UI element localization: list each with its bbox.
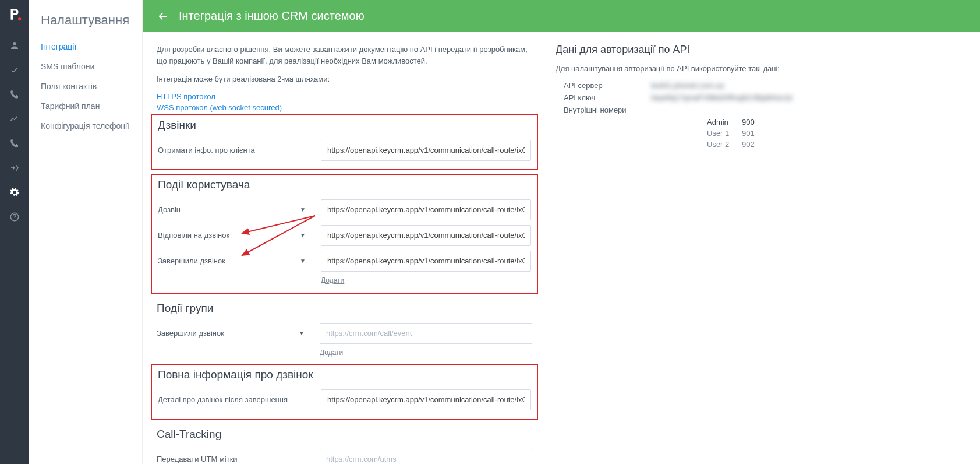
- full-info-highlight-box: Повна інформація про дзвінок Деталі про …: [151, 364, 538, 420]
- ext-numbers-label: Внутрішні номери: [564, 106, 651, 114]
- nav-contact-fields[interactable]: Поля контактів: [41, 82, 130, 91]
- ext-num-2: 902: [742, 140, 755, 149]
- chevron-down-icon[interactable]: ▼: [299, 330, 305, 336]
- api-key-value: 0aa4Nj17qmaFVMkdVlRvq81VBqWrtsn1k: [651, 93, 793, 102]
- nav-integrations[interactable]: Інтеграції: [41, 42, 130, 51]
- logo: [7, 7, 22, 22]
- page-title: Інтеграція з іншою CRM системою: [179, 9, 365, 23]
- call-missed-icon[interactable]: [9, 138, 20, 149]
- utm-label: Передавати UTM мітки: [157, 455, 320, 463]
- api-auth-desc: Для налаштування авторизації по API вико…: [556, 64, 966, 73]
- utm-input[interactable]: [320, 449, 532, 465]
- settings-nav: Налаштування Інтеграції SMS шаблони Поля…: [29, 0, 143, 464]
- calls-highlight-box: Дзвінки Отримати інфо. про клієнта: [151, 114, 538, 170]
- check-icon[interactable]: [9, 64, 20, 76]
- user-events-add[interactable]: Додати: [321, 276, 344, 284]
- wss-protocol-link[interactable]: WSS протокол (web socket secured): [157, 103, 532, 112]
- call-details-label: Деталі про дзвінок після завершення: [158, 395, 321, 404]
- group-events-title: Події групи: [157, 302, 532, 315]
- ext-num-0: 900: [742, 118, 755, 126]
- intro-text-2: Інтеграція може бути реалізована 2-ма шл…: [157, 73, 532, 85]
- chevron-down-icon[interactable]: ▼: [300, 206, 306, 213]
- gear-icon[interactable]: [9, 187, 20, 198]
- answered-input[interactable]: [321, 225, 531, 246]
- ext-name-0: Admin: [707, 118, 742, 126]
- ext-num-1: 901: [742, 129, 755, 138]
- api-server-value: test01.phonet.com.ua: [651, 81, 724, 90]
- group-ended-input[interactable]: [320, 323, 532, 344]
- api-auth-title: Дані для авторизації по API: [556, 44, 966, 56]
- nav-tariff[interactable]: Тарифний план: [41, 101, 130, 111]
- full-info-title: Повна інформація про дзвінок: [158, 368, 531, 381]
- nav-sms-templates[interactable]: SMS шаблони: [41, 62, 130, 71]
- user-events-title: Події користувача: [158, 178, 531, 191]
- icon-sidebar: [0, 0, 29, 464]
- back-button[interactable]: [157, 10, 169, 23]
- help-icon[interactable]: [9, 211, 20, 223]
- api-server-label: API сервер: [564, 81, 651, 90]
- group-events-add[interactable]: Додати: [320, 349, 343, 357]
- answered-label: Відповіли на дзвінок: [158, 231, 229, 240]
- calltracking-title: Call-Tracking: [157, 428, 532, 441]
- ext-name-2: User 2: [707, 140, 742, 149]
- ended-label: Завершили дзвінок: [158, 256, 225, 265]
- dial-label: Дозвін: [158, 205, 181, 214]
- group-ended-label: Завершили дзвінок: [157, 329, 224, 338]
- ended-input[interactable]: [321, 251, 531, 272]
- user-events-highlight-box: Події користувача Дозвін▼ Відповіли на д…: [151, 174, 538, 294]
- page-header: Інтеграція з іншою CRM системою: [143, 0, 980, 32]
- get-client-info-input[interactable]: [321, 140, 531, 161]
- call-details-input[interactable]: [321, 389, 531, 410]
- intro-text-1: Для розробки власного рішення, Ви можете…: [157, 44, 532, 66]
- svg-point-0: [18, 17, 21, 20]
- dial-input[interactable]: [321, 199, 531, 220]
- chevron-down-icon[interactable]: ▼: [300, 232, 306, 238]
- chevron-down-icon[interactable]: ▼: [300, 258, 306, 264]
- phone-icon[interactable]: [9, 89, 20, 100]
- https-protocol-link[interactable]: HTTPS протокол: [157, 92, 532, 101]
- share-icon[interactable]: [9, 162, 20, 174]
- nav-telephony-config[interactable]: Конфігурація телефонії: [41, 121, 130, 131]
- user-icon[interactable]: [9, 40, 20, 51]
- ext-name-1: User 1: [707, 129, 742, 138]
- calls-section-title: Дзвінки: [158, 119, 531, 132]
- chart-icon[interactable]: [9, 113, 20, 125]
- get-client-info-label: Отримати інфо. про клієнта: [158, 146, 321, 154]
- settings-title: Налаштування: [41, 13, 130, 28]
- api-key-label: API ключ: [564, 93, 651, 102]
